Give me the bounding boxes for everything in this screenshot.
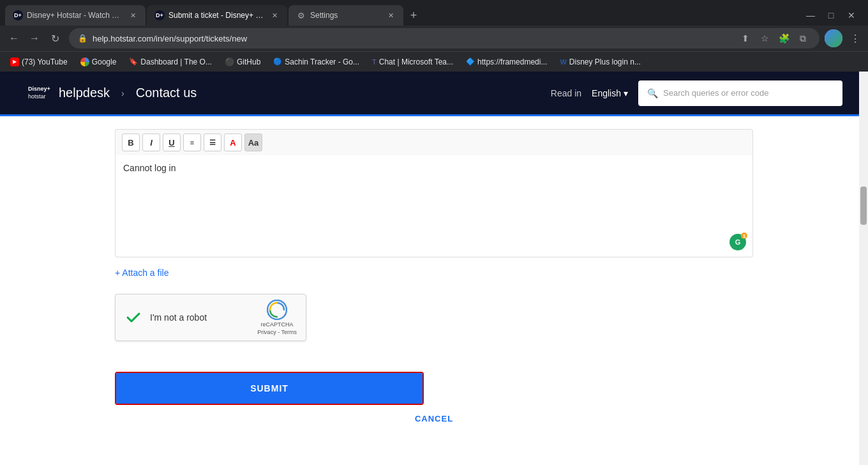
tab-close-2[interactable]: ✕ — [269, 10, 280, 20]
tab-submit-ticket[interactable]: D+ Submit a ticket - Disney+ Hotsta... ✕ — [147, 5, 287, 26]
tab-title-2: Submit a ticket - Disney+ Hotsta... — [168, 11, 266, 20]
attach-file-link[interactable]: + Attach a file — [115, 268, 168, 278]
tab-favicon-disney2: D+ — [154, 10, 165, 20]
search-icon: 🔍 — [647, 88, 658, 98]
read-in-label: Read in — [551, 88, 581, 98]
bookmark-google[interactable]: Google — [75, 56, 122, 68]
tab-close-1[interactable]: ✕ — [128, 10, 138, 20]
checkmark-icon — [124, 309, 142, 326]
tab-bar: D+ Disney+ Hotstar - Watch TV Sho... ✕ D… — [0, 0, 868, 26]
editor-toolbar: B I U ≡ ☰ A Aa — [115, 129, 753, 155]
github-icon: ⚫ — [225, 57, 234, 66]
teams-icon: T — [372, 58, 377, 66]
reload-button[interactable]: ↻ — [46, 29, 64, 47]
search-placeholder: Search queries or error code — [663, 88, 768, 98]
bookmark-teams[interactable]: T Chat | Microsoft Tea... — [367, 56, 458, 68]
attach-file-label: + Attach a file — [115, 268, 168, 278]
bookmark-framed[interactable]: 🔷 https://framedmedi... — [461, 56, 552, 68]
framed-icon: 🔷 — [466, 57, 475, 66]
bold-button[interactable]: B — [122, 133, 140, 151]
bookmark-dashboard[interactable]: 🔖 Dashboard | The O... — [124, 56, 217, 68]
tab-favicon-disney1: D+ — [13, 10, 23, 20]
grammarly-notification: 1 — [741, 232, 747, 239]
maximize-button[interactable]: □ — [822, 6, 840, 24]
window-controls: — □ ✕ — [802, 6, 860, 24]
tab-close-3[interactable]: ✕ — [385, 10, 396, 20]
recaptcha-widget[interactable]: I'm not a robot reCAPTCHA Privacy - Term… — [115, 294, 306, 341]
tab-title-3: Settings — [310, 11, 382, 20]
page-title: Contact us — [136, 86, 197, 100]
text-color-button[interactable]: A — [224, 133, 242, 151]
header-left: Disney+ hotstar helpdesk › Contact us — [26, 79, 197, 107]
chevron-down-icon: ▾ — [624, 88, 628, 98]
split-view-icon[interactable]: ⧉ — [795, 31, 811, 46]
nav-buttons: ← → ↻ — [5, 29, 64, 47]
browser-window: D+ Disney+ Hotstar - Watch TV Sho... ✕ D… — [0, 0, 868, 72]
search-bar[interactable]: 🔍 Search queries or error code — [638, 80, 842, 106]
submit-button[interactable]: SUBMIT — [116, 373, 423, 404]
address-bar-row: ← → ↻ 🔒 help.hotstar.com/in/en/support/t… — [0, 26, 868, 51]
bookmark-label-dashboard: Dashboard | The O... — [140, 57, 212, 66]
header-right: Read in English ▾ 🔍 Search queries or er… — [551, 80, 842, 106]
close-window-button[interactable]: ✕ — [842, 6, 860, 24]
tab-title-1: Disney+ Hotstar - Watch TV Sho... — [27, 11, 124, 20]
profile-avatar — [825, 29, 842, 47]
editor-area[interactable]: Cannot log in G 1 — [115, 155, 753, 257]
recaptcha-logo — [267, 300, 287, 320]
svg-text:hotstar: hotstar — [28, 93, 46, 100]
cancel-link[interactable]: CANCEL — [115, 414, 753, 423]
chrome-menu-button[interactable]: ⋮ — [848, 30, 863, 47]
recaptcha-links: Privacy - Terms — [257, 329, 297, 335]
hotstar-logo-icon: Disney+ hotstar — [26, 79, 54, 107]
recaptcha-label: I'm not a robot — [150, 312, 207, 323]
forward-button[interactable]: → — [26, 29, 43, 47]
text-highlight-button[interactable]: Aa — [244, 133, 262, 151]
share-icon[interactable]: ⬆ — [738, 31, 753, 46]
bookmark-youtube[interactable]: ▶ (73) YouTube — [5, 56, 73, 68]
back-button[interactable]: ← — [5, 29, 23, 47]
main-content: B I U ≡ ☰ A Aa Cannot log in G 1 + Attac… — [0, 116, 868, 465]
tab-disney-watch[interactable]: D+ Disney+ Hotstar - Watch TV Sho... ✕ — [5, 5, 146, 26]
logo-container[interactable]: Disney+ hotstar helpdesk — [26, 79, 110, 107]
bookmark-label-teams: Chat | Microsoft Tea... — [379, 57, 453, 66]
bookmark-label-framed: https://framedmedi... — [477, 57, 547, 66]
recaptcha-checkbox[interactable] — [124, 309, 142, 326]
new-tab-button[interactable]: + — [405, 6, 423, 24]
svg-text:Disney+: Disney+ — [28, 86, 50, 92]
bookmark-disney-login[interactable]: W Disney Plus login n... — [555, 56, 645, 68]
recaptcha-terms-link[interactable]: Terms — [281, 329, 297, 335]
minimize-button[interactable]: — — [802, 6, 819, 24]
grammarly-badge[interactable]: G 1 — [730, 234, 746, 250]
submit-section: SUBMIT — [115, 356, 753, 405]
editor-content[interactable]: Cannot log in — [123, 163, 745, 173]
site-header: Disney+ hotstar helpdesk › Contact us Re… — [0, 72, 868, 116]
submit-button-wrapper: SUBMIT — [115, 372, 424, 405]
google-favicon — [80, 57, 89, 66]
breadcrumb-separator: › — [121, 88, 124, 98]
profile-button[interactable] — [825, 29, 842, 47]
bookmarks-bar: ▶ (73) YouTube Google 🔖 Dashboard | The … — [0, 51, 868, 72]
recaptcha-brand-text: reCAPTCHA — [261, 321, 294, 328]
address-actions: ⬆ ☆ 🧩 ⧉ — [738, 31, 811, 46]
scrollbar-track — [859, 72, 868, 465]
tab-favicon-settings: ⚙ — [296, 10, 306, 20]
page-content: Disney+ hotstar helpdesk › Contact us Re… — [0, 72, 868, 465]
recaptcha-privacy-link[interactable]: Privacy — [257, 329, 276, 335]
grammarly-icon: G — [735, 238, 741, 246]
bookmark-star-icon[interactable]: ☆ — [757, 31, 772, 46]
bullet-list-button[interactable]: ≡ — [183, 133, 201, 151]
tab-settings[interactable]: ⚙ Settings ✕ — [288, 5, 403, 26]
bookmark-label-sachin: Sachin Tracker - Go... — [285, 57, 359, 66]
recaptcha-right: reCAPTCHA Privacy - Terms — [257, 300, 297, 335]
underline-button[interactable]: U — [163, 133, 181, 151]
address-bar[interactable]: 🔒 help.hotstar.com/in/en/support/tickets… — [69, 28, 819, 49]
ordered-list-button[interactable]: ☰ — [204, 133, 221, 151]
extensions-icon[interactable]: 🧩 — [776, 31, 791, 46]
bookmark-sachin[interactable]: 🔵 Sachin Tracker - Go... — [268, 56, 364, 68]
recaptcha-left: I'm not a robot — [124, 309, 207, 326]
bookmark-github[interactable]: ⚫ GitHub — [220, 56, 266, 68]
language-selector[interactable]: English ▾ — [592, 88, 628, 98]
italic-button[interactable]: I — [142, 133, 160, 151]
bookmark-label-youtube: (73) YouTube — [22, 57, 68, 66]
scrollbar-thumb[interactable] — [860, 187, 867, 225]
